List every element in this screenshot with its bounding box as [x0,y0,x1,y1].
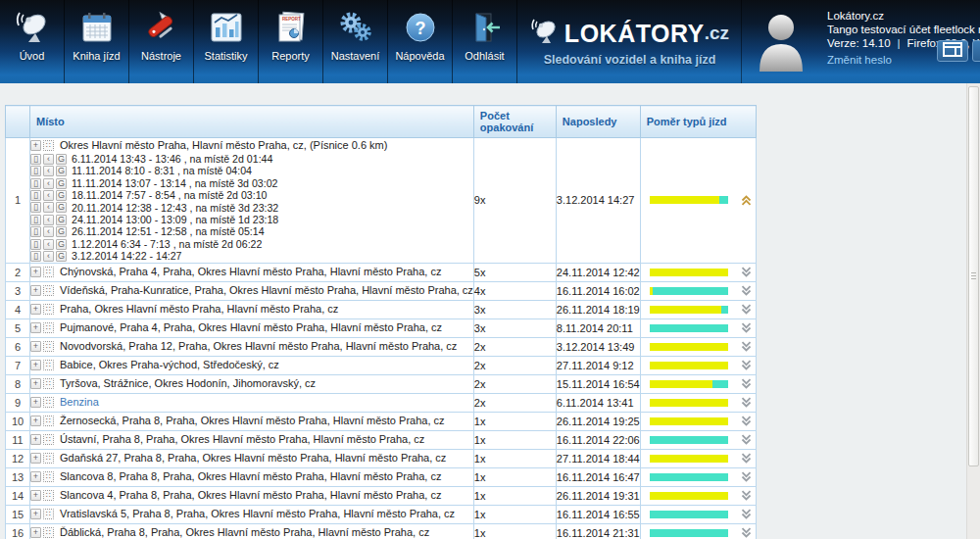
map-icon[interactable]: ▯ [30,178,41,189]
last-visit-datetime: 16.11.2014 21:31 [556,523,640,539]
google-maps-icon[interactable]: G [56,190,67,201]
expand-chevron-down-icon[interactable] [740,321,753,334]
map-icon[interactable]: ▯ [30,154,41,165]
expand-icon[interactable]: + [30,397,41,408]
target-icon[interactable]: ∷ [43,360,54,370]
target-icon[interactable]: ∷ [43,416,54,426]
map-icon[interactable]: ▯ [30,166,41,176]
ride-ratio-cell [640,430,756,449]
google-maps-icon[interactable]: G [56,251,67,262]
expand-icon[interactable]: + [30,378,41,389]
expand-chevron-down-icon[interactable] [740,452,753,465]
nav-item-statistiky[interactable]: Statistiky [194,0,259,83]
map-icon[interactable]: ▯ [30,239,41,250]
nav-item-reporty[interactable]: REPORTReporty [259,0,323,83]
google-maps-icon[interactable]: G [56,215,67,225]
route-icon[interactable]: ‹ [43,178,54,189]
repeat-count: 1x [473,449,556,467]
google-maps-icon[interactable]: G [56,154,67,165]
target-icon[interactable]: ∷ [43,285,54,296]
expand-icon[interactable]: + [30,322,41,333]
google-maps-icon[interactable]: G [56,178,67,189]
target-icon[interactable]: ∷ [43,471,54,482]
map-icon[interactable]: ▯ [30,226,41,237]
target-icon[interactable]: ∷ [43,304,54,315]
expand-chevron-down-icon[interactable] [740,526,753,539]
google-maps-icon[interactable]: G [56,166,67,176]
route-icon[interactable]: ‹ [43,166,54,176]
expand-icon[interactable]: + [30,416,41,426]
target-icon[interactable]: ∷ [43,490,54,501]
target-icon[interactable]: ∷ [43,397,54,408]
expand-icon[interactable]: + [30,267,41,277]
expand-chevron-down-icon[interactable] [740,396,753,409]
expand-icon[interactable]: + [30,285,41,296]
expand-chevron-down-icon[interactable] [740,415,753,427]
target-icon[interactable]: ∷ [43,434,54,445]
target-icon[interactable]: ∷ [43,267,54,277]
expand-chevron-down-icon[interactable] [740,489,753,502]
repeat-count: 2x [473,374,556,393]
col-header-ride-type-ratio[interactable]: Poměr typů jízd [640,106,756,138]
expand-chevron-down-icon[interactable] [740,303,753,316]
expand-chevron-down-icon[interactable] [740,266,753,278]
nav-item--vod[interactable]: Úvod [0,0,65,83]
expand-chevron-down-icon[interactable] [740,340,753,353]
route-icon[interactable]: ‹ [43,215,54,225]
expand-icon[interactable]: + [30,341,41,352]
ratio-segment-yellow [650,196,719,204]
nav-item-nastaven-[interactable]: Nastavení [323,0,388,83]
google-maps-icon[interactable]: G [56,202,67,213]
route-icon[interactable]: ‹ [43,202,54,213]
expand-chevron-down-icon[interactable] [740,377,753,390]
expand-icon[interactable]: + [30,304,41,315]
col-header-last-visit[interactable]: Naposledy [556,106,640,138]
expand-icon[interactable]: + [30,360,41,370]
google-maps-icon[interactable]: G [56,239,67,250]
target-icon[interactable]: ∷ [43,140,54,151]
route-icon[interactable]: ‹ [43,251,54,262]
map-icon[interactable]: ▯ [30,251,41,262]
map-icon[interactable]: ▯ [30,215,41,225]
route-icon[interactable]: ‹ [43,190,54,201]
nav-item-kniha-j-zd[interactable]: Kniha jízd [65,0,129,83]
nav-item-n-pov-da[interactable]: ?Nápověda [388,0,453,83]
expand-chevron-down-icon[interactable] [740,359,753,371]
collapse-chevron-up-icon[interactable] [740,194,753,207]
target-icon[interactable]: ∷ [43,341,54,352]
col-header-place[interactable]: Místo [30,106,474,138]
route-icon[interactable]: ‹ [43,154,54,165]
google-maps-icon[interactable]: G [56,226,67,237]
expand-icon[interactable]: + [30,509,41,519]
expand-icon[interactable]: + [30,453,41,464]
target-icon[interactable]: ∷ [43,453,54,464]
nav-item-n-stroje[interactable]: Nástroje [129,0,194,83]
paper-plane-button[interactable] [972,40,980,62]
route-icon[interactable]: ‹ [43,239,54,250]
expand-chevron-down-icon[interactable] [740,470,753,483]
vertical-scrollbar[interactable] [966,83,980,539]
route-icon[interactable]: ‹ [43,226,54,237]
scrollbar-thumb[interactable] [968,86,979,466]
expand-icon[interactable]: + [30,471,41,482]
target-icon[interactable]: ∷ [43,527,54,538]
expand-chevron-down-icon[interactable] [740,508,753,520]
expand-icon[interactable]: + [30,490,41,501]
target-icon[interactable]: ∷ [43,509,54,519]
expand-chevron-down-icon[interactable] [740,433,753,446]
expand-icon[interactable]: + [30,527,41,538]
expand-icon[interactable]: + [30,140,41,151]
col-header-repeat-count[interactable]: Počet opakování [473,106,556,138]
map-icon[interactable]: ▯ [30,190,41,201]
window-layout-button[interactable] [937,40,968,62]
nav-item-odhl-sit[interactable]: Odhlásit [453,0,517,83]
repeat-count: 9x [473,138,556,264]
place-link[interactable]: Benzina [60,395,99,410]
ride-type-ratio-bar [650,324,728,332]
expand-chevron-down-icon[interactable] [740,284,753,297]
change-password-link[interactable]: Změnit heslo [827,54,892,66]
map-icon[interactable]: ▯ [30,202,41,213]
expand-icon[interactable]: + [30,434,41,445]
target-icon[interactable]: ∷ [43,378,54,389]
target-icon[interactable]: ∷ [43,322,54,333]
